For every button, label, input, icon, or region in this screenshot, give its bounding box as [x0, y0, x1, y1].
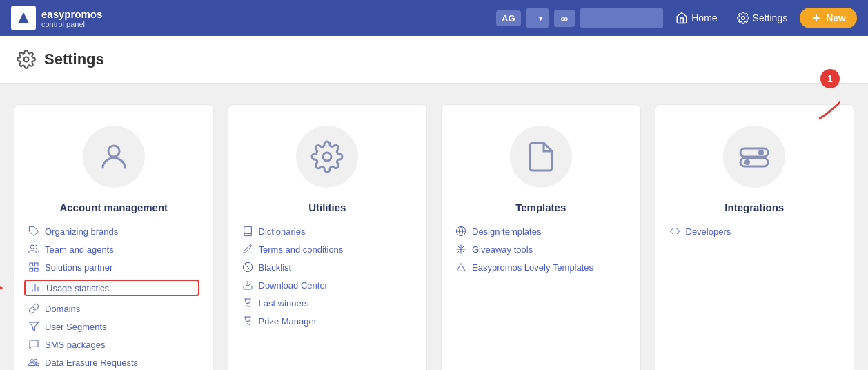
- arrow-2-icon: [0, 280, 5, 296]
- link-icon: [28, 303, 39, 314]
- logo-icon: [11, 6, 36, 30]
- sms-packages-link[interactable]: SMS packages: [45, 340, 105, 350]
- main-content: Account management Organizing brands Tea…: [0, 84, 868, 370]
- templates-links: Design templates Giveaway tools Easyprom…: [455, 226, 627, 273]
- download-center-link[interactable]: Download Center: [259, 280, 328, 291]
- card-utilities: Utilities Dictionaries Terms and conditi…: [228, 104, 428, 370]
- prize-manager-link[interactable]: Prize Manager: [259, 316, 317, 327]
- data-erasure-link[interactable]: Data Erasure Requests: [45, 358, 138, 368]
- search-input[interactable]: [580, 8, 663, 28]
- filter-icon: [28, 321, 39, 332]
- list-item: Data Erasure Requests: [28, 357, 199, 368]
- asterisk-icon: [455, 244, 466, 255]
- pen-icon: [242, 244, 253, 255]
- card-account-management: Account management Organizing brands Tea…: [14, 104, 214, 370]
- logo-area: easypromos control panel: [11, 6, 102, 30]
- home-button[interactable]: Home: [669, 8, 724, 28]
- giveaway-tools-link[interactable]: Giveaway tools: [472, 244, 533, 255]
- list-item: Easypromos Lovely Templates: [455, 262, 627, 273]
- svg-point-17: [323, 153, 331, 161]
- cards-grid: Account management Organizing brands Tea…: [14, 104, 854, 370]
- team-agents-link[interactable]: Team and agents: [45, 244, 114, 255]
- list-item: Prize Manager: [242, 315, 413, 327]
- prize-icon: [242, 315, 253, 327]
- triangle-icon: [455, 262, 466, 273]
- ag-badge: AG: [496, 10, 521, 26]
- download-icon: [242, 280, 253, 291]
- last-winners-link[interactable]: Last winners: [259, 298, 309, 309]
- terms-conditions-link[interactable]: Terms and conditions: [259, 244, 344, 255]
- design-templates-link[interactable]: Design templates: [472, 226, 541, 237]
- utilities-title: Utilities: [242, 202, 413, 213]
- toggle-icon: [738, 140, 771, 173]
- annotation-2: 2: [0, 280, 5, 296]
- user-segments-link[interactable]: User Segments: [45, 322, 107, 332]
- svg-point-7: [30, 245, 34, 249]
- user-icon: [97, 140, 130, 173]
- integrations-title: Integrations: [669, 202, 840, 213]
- svg-point-31: [744, 159, 750, 165]
- list-item: SMS packages: [28, 339, 199, 350]
- list-item: User Segments: [28, 321, 199, 332]
- account-select-wrap[interactable]: ▼: [526, 8, 549, 28]
- svg-rect-10: [34, 268, 38, 271]
- list-item: Blacklist: [242, 262, 413, 273]
- bar-chart-icon: [30, 282, 41, 293]
- account-management-links: Organizing brands Team and agents Soluti…: [28, 226, 199, 368]
- list-item: Last winners: [242, 298, 413, 309]
- list-item: Dictionaries: [242, 226, 413, 237]
- svg-point-1: [741, 17, 744, 20]
- arrow-1-icon: [798, 91, 840, 126]
- account-dropdown[interactable]: [526, 8, 549, 28]
- templates-title: Templates: [455, 202, 627, 213]
- slash-circle-icon: [242, 262, 253, 273]
- usage-statistics-link[interactable]: Usage statistics: [46, 283, 109, 293]
- integrations-icon-circle: [723, 126, 785, 188]
- file-icon: [524, 140, 558, 173]
- svg-marker-16: [29, 322, 38, 331]
- infinity-badge: ∞: [554, 10, 575, 27]
- trophy-icon: [242, 298, 253, 309]
- plus-icon: [811, 12, 822, 23]
- developers-link[interactable]: Developers: [686, 226, 731, 237]
- gear-icon: [737, 12, 749, 24]
- header: easypromos control panel AG ▼ ∞ Home: [0, 0, 868, 36]
- list-item: Design templates: [455, 226, 627, 237]
- domains-link[interactable]: Domains: [45, 304, 80, 314]
- svg-rect-8: [30, 263, 33, 266]
- code-icon: [669, 226, 680, 237]
- account-management-title: Account management: [28, 202, 199, 213]
- list-item: Organizing brands: [28, 226, 199, 237]
- list-item: Giveaway tools: [455, 244, 627, 255]
- dictionaries-link[interactable]: Dictionaries: [259, 226, 306, 237]
- logo-title: easypromos: [41, 8, 102, 20]
- account-management-icon-circle: [83, 126, 145, 188]
- templates-icon-circle: [510, 126, 572, 188]
- new-button[interactable]: New: [800, 8, 857, 28]
- solutions-partner-link[interactable]: Solutions partner: [45, 262, 112, 273]
- logo-text: easypromos control panel: [41, 8, 102, 28]
- settings-button[interactable]: Settings: [730, 8, 795, 28]
- list-item: Team and agents: [28, 244, 199, 255]
- page-title: Settings: [44, 50, 104, 68]
- users-icon: [28, 244, 39, 255]
- page-title-bar: Settings: [0, 36, 868, 84]
- svg-marker-0: [18, 12, 29, 23]
- blacklist-link[interactable]: Blacklist: [259, 262, 292, 273]
- settings-title-icon: [17, 50, 36, 69]
- easypromos-lovely-link[interactable]: Easypromos Lovely Templates: [472, 262, 593, 273]
- list-item: Domains: [28, 303, 199, 314]
- utilities-links: Dictionaries Terms and conditions Blackl…: [242, 226, 413, 327]
- list-item: Terms and conditions: [242, 244, 413, 255]
- grid-icon: [28, 262, 39, 273]
- gear-large-icon: [310, 140, 344, 173]
- svg-point-5: [108, 146, 119, 157]
- user-x-icon: [28, 357, 39, 368]
- list-item: Download Center: [242, 280, 413, 291]
- utilities-icon-circle: [296, 126, 358, 188]
- home-icon: [675, 12, 688, 24]
- svg-marker-27: [457, 264, 465, 271]
- organizing-brands-link[interactable]: Organizing brands: [45, 226, 118, 237]
- logo-sub: control panel: [41, 20, 102, 28]
- svg-point-4: [24, 57, 29, 62]
